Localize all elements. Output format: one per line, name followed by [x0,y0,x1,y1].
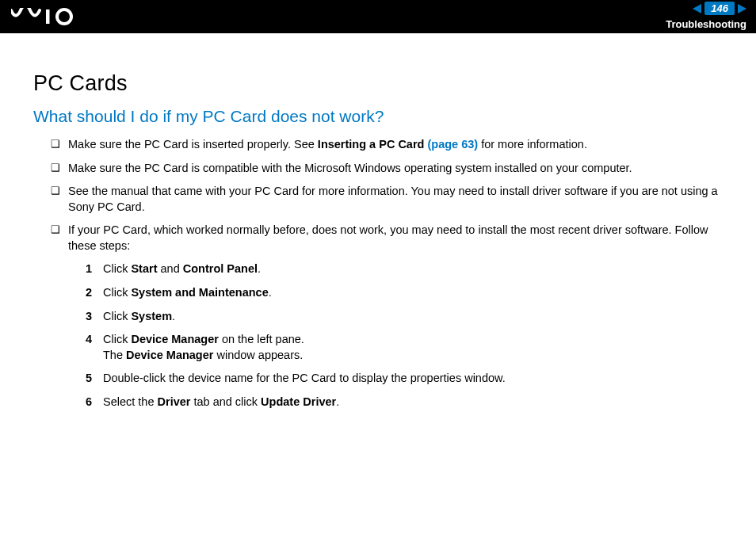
text: See the manual that came with your PC Ca… [68,185,718,213]
text: The [103,349,126,361]
page-number: 146 [704,2,735,15]
next-page-arrow[interactable] [738,4,746,13]
bold-text: System [131,310,172,322]
header-bar: 146 Troubleshooting [0,0,756,33]
step-item: 1 Click Start and Control Panel. [86,261,732,277]
text: . [258,262,261,275]
question-heading: What should I do if my PC Card does not … [33,107,732,126]
text: Make sure the PC Card is compatible with… [68,162,632,174]
svg-point-1 [57,10,71,24]
text: Click [103,286,131,299]
step-item: 6 Select the Driver tab and click Update… [86,395,732,410]
step-item: 2 Click System and Maintenance. [86,285,732,301]
bold-text: Device Manager [131,333,218,345]
page-nav: 146 [693,2,746,15]
bold-text: Control Panel [183,262,258,275]
bold-text: Update Driver [261,395,336,408]
svg-rect-0 [46,10,50,24]
bullet-item: If your PC Card, which worked normally b… [51,223,732,410]
step-item: 3 Click System. [86,309,732,325]
bold-text: Driver [158,395,191,408]
step-item: 5 Double-click the device name for the P… [86,371,732,387]
bold-text: System and Maintenance [131,286,268,299]
section-label: Troubleshooting [666,18,746,30]
text: for more information. [478,138,587,151]
text: tab and click [190,395,261,408]
bold-text: Start [131,262,157,275]
bold-text: Device Manager [126,349,213,361]
vaio-logo-svg [11,8,76,25]
text: Click [103,333,131,345]
step-item: 4 Click Device Manager on the left pane.… [86,332,732,363]
bullet-list: Make sure the PC Card is inserted proper… [33,137,732,410]
step-number: 3 [86,309,92,325]
numbered-steps: 1 Click Start and Control Panel. 2 Click… [68,261,732,410]
page-title: PC Cards [33,71,732,96]
bullet-item: Make sure the PC Card is inserted proper… [51,137,732,153]
text: and [158,262,183,275]
text: Make sure the PC Card is inserted proper… [68,138,318,151]
bold-text: Inserting a PC Card [318,138,428,151]
step-number: 2 [86,285,92,301]
content-area: PC Cards What should I do if my PC Card … [0,33,756,410]
bullet-item: See the manual that came with your PC Ca… [51,184,732,215]
step-number: 6 [86,395,92,410]
vaio-logo [11,8,76,25]
text: . [269,286,272,299]
step-number: 4 [86,332,92,348]
text: on the left pane. [219,333,304,345]
text: Select the [103,395,158,408]
text: . [172,310,175,322]
text: . [336,395,339,408]
text: window appears. [213,349,303,361]
step-number: 1 [86,261,92,277]
text: Click [103,310,131,322]
step-number: 5 [86,371,92,387]
bullet-item: Make sure the PC Card is compatible with… [51,161,732,177]
page-link[interactable]: (page 63) [427,138,478,151]
text: Double-click the device name for the PC … [103,372,506,384]
text: Click [103,262,131,275]
text: If your PC Card, which worked normally b… [68,223,708,252]
prev-page-arrow[interactable] [693,4,701,13]
